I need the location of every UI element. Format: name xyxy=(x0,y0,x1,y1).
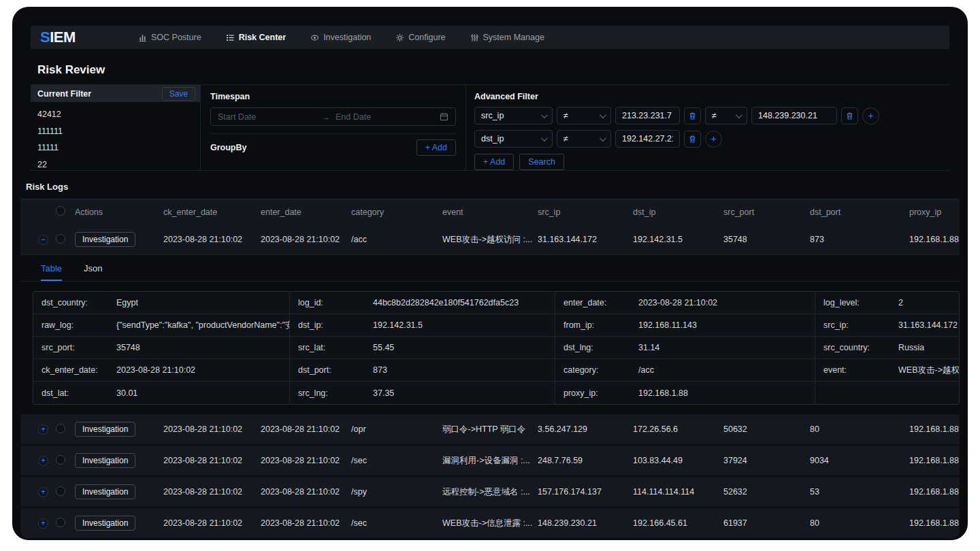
operator-select[interactable]: ≠ xyxy=(705,107,747,124)
detail-field: dst_lat:30.01 xyxy=(33,382,289,404)
table-row[interactable]: + Investigation 2023-08-28 21:10:02 2023… xyxy=(20,414,960,444)
detail-field: from_ip:192.168.11.143 xyxy=(555,314,815,337)
investigation-button[interactable]: Investigation xyxy=(75,484,135,499)
cell-ck-enter-date: 2023-08-28 21:10:02 xyxy=(161,235,258,244)
nav-item-risk-center[interactable]: Risk Center xyxy=(226,33,286,42)
detail-field: raw_log:{"sendType":"kafka", "productVen… xyxy=(33,314,289,337)
filter-strip: Current Filter Save 42412 111111 11111 2… xyxy=(31,84,949,171)
cell-ck-enter-date: 2023-08-28 21:10:02 xyxy=(161,456,258,465)
nav-item-investigation[interactable]: Investigation xyxy=(310,33,371,42)
date-range-input[interactable]: Start Date → End Date xyxy=(210,107,456,126)
timespan-panel: Timespan Start Date → End Date GroupBy +… xyxy=(201,85,466,170)
list-icon xyxy=(226,33,235,42)
save-button[interactable]: Save xyxy=(162,87,195,101)
investigation-button[interactable]: Investigation xyxy=(75,232,135,247)
tab-table[interactable]: Table xyxy=(41,263,62,281)
investigation-button[interactable]: Investigation xyxy=(75,453,135,468)
cell-src-ip: 157.176.174.137 xyxy=(535,487,630,497)
table-row[interactable]: + Investigation 2023-08-28 21:10:02 2023… xyxy=(20,446,960,475)
add-condition-button[interactable]: + xyxy=(705,131,722,148)
nav-item-system-manage[interactable]: System Manage xyxy=(470,33,544,42)
cell-src-port: 52632 xyxy=(721,487,807,497)
detail-value: /acc xyxy=(638,365,654,375)
row-checkbox[interactable] xyxy=(56,455,65,465)
expand-row-button[interactable]: + xyxy=(38,487,48,497)
cell-enter-date: 2023-08-28 21:10:02 xyxy=(258,456,348,465)
operator-select[interactable]: ≠ xyxy=(557,130,611,148)
delete-condition-button[interactable] xyxy=(841,107,858,124)
detail-field: dst_country:Egypt xyxy=(33,292,289,314)
end-date-placeholder[interactable]: End Date xyxy=(336,112,440,122)
condition-value-input[interactable] xyxy=(751,107,837,124)
siem-logo[interactable]: SIEM xyxy=(31,29,110,46)
groupby-add-button[interactable]: + Add xyxy=(416,139,456,156)
detail-value: 44bc8b2d282842e180f541762dfa5c23 xyxy=(373,298,519,307)
cell-src-port: 50632 xyxy=(721,424,807,434)
nav-item-label: System Manage xyxy=(483,33,544,42)
delete-condition-button[interactable] xyxy=(684,107,701,124)
detail-key: src_lng: xyxy=(298,388,373,398)
expand-row-button[interactable]: + xyxy=(38,424,48,435)
row-checkbox[interactable] xyxy=(56,424,65,433)
table-row[interactable]: + Investigation 2023-08-28 21:10:02 2023… xyxy=(20,477,960,507)
field-select[interactable]: src_ip xyxy=(474,107,553,124)
detail-key: dst_lng: xyxy=(564,343,638,352)
expand-row-button[interactable]: + xyxy=(38,456,48,466)
search-button[interactable]: Search xyxy=(519,154,564,170)
detail-field: dst_port:873 xyxy=(290,359,555,382)
row-checkbox[interactable] xyxy=(56,518,65,527)
groupby-row: GroupBy + Add xyxy=(210,133,456,156)
nav-item-configure[interactable]: Configure xyxy=(395,33,445,42)
cell-dst-port: 80 xyxy=(807,424,906,434)
cell-dst-port: 53 xyxy=(807,487,906,497)
detail-value: 55.45 xyxy=(373,343,394,352)
detail-field: src_lat:55.45 xyxy=(290,337,555,359)
operator-select[interactable]: ≠ xyxy=(557,107,611,124)
col-header-src-port: src_port xyxy=(721,207,807,217)
row-checkbox[interactable] xyxy=(56,486,65,496)
saved-filter-item[interactable]: 42412 xyxy=(37,106,200,123)
field-select-value: src_ip xyxy=(481,111,504,120)
cell-proxy-ip: 192.168.1.88 xyxy=(906,424,960,434)
bar-chart-icon xyxy=(138,33,147,42)
detail-card: dst_country:Egypt raw_log:{"sendType":"k… xyxy=(33,291,960,405)
detail-value: WEB攻击->越权访问 :... xyxy=(898,365,960,376)
saved-filter-item[interactable]: 111111 xyxy=(37,123,200,140)
add-condition-button[interactable]: + xyxy=(862,107,879,124)
row-checkbox[interactable] xyxy=(56,234,65,244)
cell-enter-date: 2023-08-28 21:10:02 xyxy=(258,518,348,528)
expand-row-button[interactable]: + xyxy=(38,518,48,529)
detail-key: src_port: xyxy=(42,343,116,352)
saved-filter-item[interactable]: 22 xyxy=(37,156,200,173)
cell-category: /acc xyxy=(348,235,440,244)
cell-ck-enter-date: 2023-08-28 21:10:02 xyxy=(161,424,258,434)
collapse-row-button[interactable]: − xyxy=(38,235,48,245)
detail-field: log_id:44bc8b2d282842e180f541762dfa5c23 xyxy=(290,292,555,314)
nav-item-soc-posture[interactable]: SOC Posture xyxy=(138,33,201,42)
range-arrow: → xyxy=(322,112,330,122)
start-date-placeholder[interactable]: Start Date xyxy=(218,112,322,122)
investigation-button[interactable]: Investigation xyxy=(75,516,135,531)
tab-json[interactable]: Json xyxy=(84,263,102,281)
cell-proxy-ip: 192.168.1.88 xyxy=(906,487,960,497)
detail-key: dst_port: xyxy=(298,365,373,375)
cell-event: WEB攻击->信息泄露 :... xyxy=(440,518,535,529)
investigation-button[interactable]: Investigation xyxy=(75,422,135,437)
cell-dst-port: 9034 xyxy=(807,456,906,465)
add-filter-button[interactable]: + Add xyxy=(474,154,514,170)
condition-value-input[interactable] xyxy=(615,130,680,148)
detail-field: src_port:35748 xyxy=(33,337,289,359)
table-row-expanded[interactable]: − Investigation 2023-08-28 21:10:02 2023… xyxy=(20,224,960,254)
detail-value: 192.142.31.5 xyxy=(373,320,423,330)
detail-value: 31.163.144.172 xyxy=(898,320,958,330)
field-select[interactable]: dst_ip xyxy=(474,130,553,148)
cell-proxy-ip: 192.168.1.88 xyxy=(906,456,960,465)
select-all-checkbox[interactable] xyxy=(56,206,65,216)
detail-value: 873 xyxy=(373,365,387,375)
saved-filter-item[interactable]: 11111 xyxy=(37,139,200,156)
advanced-filter-actions: + Add Search xyxy=(474,154,949,170)
table-row[interactable]: + Investigation 2023-08-28 21:10:02 2023… xyxy=(20,508,960,538)
cell-src-port: 35748 xyxy=(721,235,807,244)
delete-condition-button[interactable] xyxy=(684,131,701,148)
condition-value-input[interactable] xyxy=(615,107,680,124)
